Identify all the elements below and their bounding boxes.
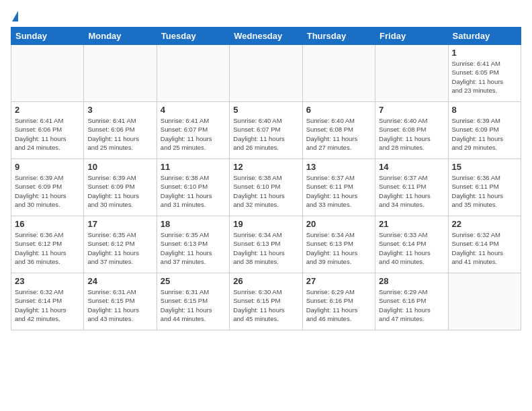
calendar-week-row: 16Sunrise: 6:36 AM Sunset: 6:12 PM Dayli… bbox=[11, 216, 521, 273]
calendar-cell: 27Sunrise: 6:29 AM Sunset: 6:16 PM Dayli… bbox=[302, 273, 375, 330]
day-number: 26 bbox=[233, 276, 298, 286]
day-number: 19 bbox=[233, 219, 298, 229]
calendar-cell: 9Sunrise: 6:39 AM Sunset: 6:09 PM Daylig… bbox=[11, 159, 84, 216]
day-number: 5 bbox=[233, 105, 298, 115]
day-number: 21 bbox=[379, 219, 444, 229]
calendar-cell: 7Sunrise: 6:40 AM Sunset: 6:08 PM Daylig… bbox=[375, 102, 448, 159]
calendar-cell: 2Sunrise: 6:41 AM Sunset: 6:06 PM Daylig… bbox=[11, 102, 84, 159]
calendar-cell bbox=[302, 45, 375, 102]
calendar-day-header: Wednesday bbox=[230, 28, 302, 45]
calendar-week-row: 2Sunrise: 6:41 AM Sunset: 6:06 PM Daylig… bbox=[11, 102, 521, 159]
calendar-week-row: 1Sunrise: 6:41 AM Sunset: 6:05 PM Daylig… bbox=[11, 45, 521, 102]
day-number: 1 bbox=[452, 48, 517, 58]
calendar-cell: 16Sunrise: 6:36 AM Sunset: 6:12 PM Dayli… bbox=[11, 216, 84, 273]
day-number: 11 bbox=[161, 162, 226, 172]
day-number: 8 bbox=[452, 105, 517, 115]
calendar-week-row: 9Sunrise: 6:39 AM Sunset: 6:09 PM Daylig… bbox=[11, 159, 521, 216]
day-number: 7 bbox=[379, 105, 444, 115]
calendar-cell: 23Sunrise: 6:32 AM Sunset: 6:14 PM Dayli… bbox=[11, 273, 84, 330]
logo-triangle-icon bbox=[12, 11, 18, 21]
page-header bbox=[11, 11, 521, 21]
day-info: Sunrise: 6:32 AM Sunset: 6:14 PM Dayligh… bbox=[15, 287, 80, 323]
calendar-cell: 14Sunrise: 6:37 AM Sunset: 6:11 PM Dayli… bbox=[375, 159, 448, 216]
calendar-cell bbox=[375, 45, 448, 102]
day-number: 12 bbox=[233, 162, 298, 172]
day-info: Sunrise: 6:33 AM Sunset: 6:14 PM Dayligh… bbox=[379, 230, 444, 266]
day-number: 9 bbox=[15, 162, 80, 172]
day-info: Sunrise: 6:37 AM Sunset: 6:11 PM Dayligh… bbox=[306, 173, 371, 209]
calendar-cell: 22Sunrise: 6:32 AM Sunset: 6:14 PM Dayli… bbox=[448, 216, 521, 273]
calendar-cell: 6Sunrise: 6:40 AM Sunset: 6:08 PM Daylig… bbox=[302, 102, 375, 159]
day-info: Sunrise: 6:34 AM Sunset: 6:13 PM Dayligh… bbox=[233, 230, 298, 266]
calendar-cell: 21Sunrise: 6:33 AM Sunset: 6:14 PM Dayli… bbox=[375, 216, 448, 273]
day-info: Sunrise: 6:30 AM Sunset: 6:15 PM Dayligh… bbox=[233, 287, 298, 323]
day-info: Sunrise: 6:38 AM Sunset: 6:10 PM Dayligh… bbox=[161, 173, 226, 209]
day-info: Sunrise: 6:39 AM Sunset: 6:09 PM Dayligh… bbox=[87, 173, 152, 209]
day-number: 27 bbox=[306, 276, 371, 286]
day-info: Sunrise: 6:41 AM Sunset: 6:06 PM Dayligh… bbox=[87, 116, 152, 152]
calendar-cell: 19Sunrise: 6:34 AM Sunset: 6:13 PM Dayli… bbox=[230, 216, 302, 273]
calendar-cell bbox=[230, 45, 302, 102]
calendar-cell: 20Sunrise: 6:34 AM Sunset: 6:13 PM Dayli… bbox=[302, 216, 375, 273]
calendar-week-row: 23Sunrise: 6:32 AM Sunset: 6:14 PM Dayli… bbox=[11, 273, 521, 330]
day-info: Sunrise: 6:36 AM Sunset: 6:12 PM Dayligh… bbox=[15, 230, 80, 266]
day-info: Sunrise: 6:31 AM Sunset: 6:15 PM Dayligh… bbox=[87, 287, 152, 323]
calendar-cell: 26Sunrise: 6:30 AM Sunset: 6:15 PM Dayli… bbox=[230, 273, 302, 330]
day-number: 20 bbox=[306, 219, 371, 229]
calendar-table: SundayMondayTuesdayWednesdayThursdayFrid… bbox=[11, 27, 521, 330]
calendar-cell: 1Sunrise: 6:41 AM Sunset: 6:05 PM Daylig… bbox=[448, 45, 521, 102]
day-info: Sunrise: 6:39 AM Sunset: 6:09 PM Dayligh… bbox=[15, 173, 80, 209]
day-number: 22 bbox=[452, 219, 517, 229]
day-number: 17 bbox=[87, 219, 152, 229]
calendar-cell: 4Sunrise: 6:41 AM Sunset: 6:07 PM Daylig… bbox=[157, 102, 229, 159]
day-info: Sunrise: 6:32 AM Sunset: 6:14 PM Dayligh… bbox=[452, 230, 517, 266]
calendar-day-header: Sunday bbox=[11, 28, 84, 45]
calendar-day-header: Tuesday bbox=[157, 28, 229, 45]
day-info: Sunrise: 6:40 AM Sunset: 6:07 PM Dayligh… bbox=[233, 116, 298, 152]
day-info: Sunrise: 6:35 AM Sunset: 6:13 PM Dayligh… bbox=[161, 230, 226, 266]
day-number: 10 bbox=[87, 162, 152, 172]
calendar-day-header: Thursday bbox=[302, 28, 375, 45]
day-number: 13 bbox=[306, 162, 371, 172]
day-info: Sunrise: 6:41 AM Sunset: 6:05 PM Dayligh… bbox=[452, 59, 517, 95]
logo bbox=[11, 11, 18, 21]
day-info: Sunrise: 6:34 AM Sunset: 6:13 PM Dayligh… bbox=[306, 230, 371, 266]
calendar-cell: 28Sunrise: 6:29 AM Sunset: 6:16 PM Dayli… bbox=[375, 273, 448, 330]
calendar-cell: 24Sunrise: 6:31 AM Sunset: 6:15 PM Dayli… bbox=[84, 273, 157, 330]
calendar-cell: 3Sunrise: 6:41 AM Sunset: 6:06 PM Daylig… bbox=[84, 102, 157, 159]
calendar-cell: 13Sunrise: 6:37 AM Sunset: 6:11 PM Dayli… bbox=[302, 159, 375, 216]
day-number: 15 bbox=[452, 162, 517, 172]
calendar-header-row: SundayMondayTuesdayWednesdayThursdayFrid… bbox=[11, 28, 521, 45]
calendar-cell: 8Sunrise: 6:39 AM Sunset: 6:09 PM Daylig… bbox=[448, 102, 521, 159]
day-number: 14 bbox=[379, 162, 444, 172]
day-number: 23 bbox=[15, 276, 80, 286]
day-info: Sunrise: 6:40 AM Sunset: 6:08 PM Dayligh… bbox=[379, 116, 444, 152]
day-number: 25 bbox=[161, 276, 226, 286]
day-info: Sunrise: 6:36 AM Sunset: 6:11 PM Dayligh… bbox=[452, 173, 517, 209]
calendar-day-header: Monday bbox=[84, 28, 157, 45]
calendar-cell bbox=[157, 45, 229, 102]
day-info: Sunrise: 6:31 AM Sunset: 6:15 PM Dayligh… bbox=[161, 287, 226, 323]
day-number: 24 bbox=[87, 276, 152, 286]
day-number: 18 bbox=[161, 219, 226, 229]
calendar-day-header: Friday bbox=[375, 28, 448, 45]
calendar-cell: 18Sunrise: 6:35 AM Sunset: 6:13 PM Dayli… bbox=[157, 216, 229, 273]
day-info: Sunrise: 6:40 AM Sunset: 6:08 PM Dayligh… bbox=[306, 116, 371, 152]
calendar-day-header: Saturday bbox=[448, 28, 521, 45]
calendar-cell bbox=[448, 273, 521, 330]
day-info: Sunrise: 6:29 AM Sunset: 6:16 PM Dayligh… bbox=[379, 287, 444, 323]
calendar-cell: 25Sunrise: 6:31 AM Sunset: 6:15 PM Dayli… bbox=[157, 273, 229, 330]
calendar-cell: 11Sunrise: 6:38 AM Sunset: 6:10 PM Dayli… bbox=[157, 159, 229, 216]
calendar-cell: 15Sunrise: 6:36 AM Sunset: 6:11 PM Dayli… bbox=[448, 159, 521, 216]
calendar-cell: 12Sunrise: 6:38 AM Sunset: 6:10 PM Dayli… bbox=[230, 159, 302, 216]
calendar-cell bbox=[84, 45, 157, 102]
day-number: 2 bbox=[15, 105, 80, 115]
day-number: 28 bbox=[379, 276, 444, 286]
day-number: 4 bbox=[161, 105, 226, 115]
day-info: Sunrise: 6:38 AM Sunset: 6:10 PM Dayligh… bbox=[233, 173, 298, 209]
calendar-cell: 5Sunrise: 6:40 AM Sunset: 6:07 PM Daylig… bbox=[230, 102, 302, 159]
calendar-cell: 10Sunrise: 6:39 AM Sunset: 6:09 PM Dayli… bbox=[84, 159, 157, 216]
calendar-cell: 17Sunrise: 6:35 AM Sunset: 6:12 PM Dayli… bbox=[84, 216, 157, 273]
day-number: 16 bbox=[15, 219, 80, 229]
day-info: Sunrise: 6:41 AM Sunset: 6:07 PM Dayligh… bbox=[161, 116, 226, 152]
